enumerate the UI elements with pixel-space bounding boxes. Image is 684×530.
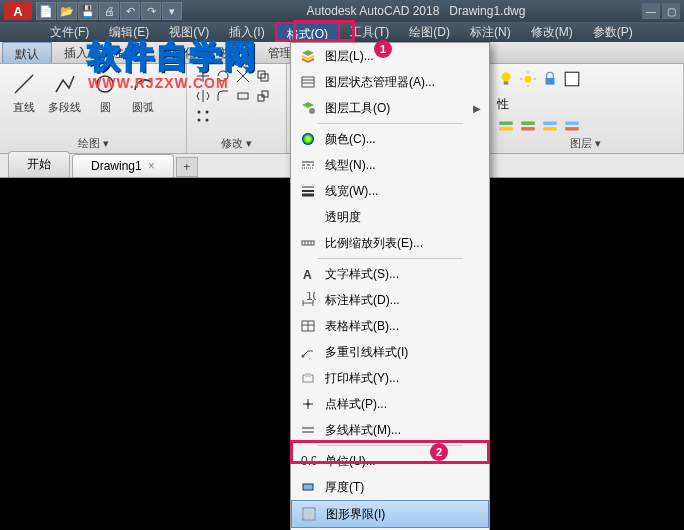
menu-modify[interactable]: 修改(M): [521, 22, 583, 42]
menu-item-plotstyle[interactable]: 打印样式(Y)...: [291, 365, 489, 391]
tab-insert[interactable]: 插入: [52, 42, 100, 63]
svg-point-32: [302, 133, 314, 145]
menu-item-label: 图形界限(I): [326, 506, 385, 523]
line-icon: [10, 70, 38, 98]
layer-icon-2[interactable]: [519, 117, 537, 135]
tool-line[interactable]: 直线: [8, 68, 40, 117]
window-title: Autodesk AutoCAD 2018 Drawing1.dwg: [190, 4, 642, 18]
svg-rect-27: [565, 127, 579, 130]
format-menu-dropdown: 图层(L)...图层状态管理器(A)...图层工具(O)▶颜色(C)...线型(…: [290, 42, 490, 530]
menu-format[interactable]: 格式(O): [275, 22, 340, 42]
qat-redo[interactable]: ↷: [141, 2, 161, 20]
svg-point-9: [198, 119, 201, 122]
menu-item-tablestyle[interactable]: 表格样式(B)...: [291, 313, 489, 339]
tool-arc[interactable]: 圆弧: [127, 68, 159, 117]
menu-item-layertool[interactable]: 图层工具(O)▶: [291, 95, 489, 121]
tool-move[interactable]: [195, 68, 211, 84]
app-logo[interactable]: A: [4, 2, 32, 20]
scale-icon: [299, 234, 317, 252]
lock-icon[interactable]: [541, 70, 559, 88]
panel-draw-label[interactable]: 绘图 ▾: [0, 136, 186, 151]
tool-polyline[interactable]: 多段线: [46, 68, 83, 117]
menu-item-mleader[interactable]: 多重引线样式(I): [291, 339, 489, 365]
panel-modify-label[interactable]: 修改 ▾: [187, 136, 286, 151]
tab-parametric[interactable]: 参数化: [148, 42, 208, 63]
qat-undo[interactable]: ↶: [120, 2, 140, 20]
layer-icon-3[interactable]: [541, 117, 559, 135]
panel-layer-label[interactable]: 图层 ▾: [487, 136, 683, 151]
qat-print[interactable]: 🖨: [99, 2, 119, 20]
sun-icon[interactable]: [519, 70, 537, 88]
tab-annotate[interactable]: 注释: [100, 42, 148, 63]
layer-square-icon[interactable]: [563, 70, 581, 88]
menu-item-mlinestyle[interactable]: 多线样式(M)...: [291, 417, 489, 443]
menu-item-label: 线宽(W)...: [325, 183, 378, 200]
tool-stretch[interactable]: [235, 88, 251, 104]
tool-trim[interactable]: [235, 68, 251, 84]
qat-dropdown[interactable]: ▾: [162, 2, 182, 20]
plotstyle-icon: [299, 369, 317, 387]
svg-point-13: [525, 76, 532, 83]
tab-drawing1[interactable]: Drawing1 ×: [72, 154, 174, 177]
arc-icon: [129, 70, 157, 98]
submenu-arrow-icon: ▶: [473, 103, 481, 114]
svg-rect-28: [302, 77, 314, 87]
menu-item-dimstyle[interactable]: 10标注样式(D)...: [291, 287, 489, 313]
callout-2: 2: [430, 443, 448, 461]
menu-item-label: 单位(U)...: [325, 453, 376, 470]
menu-item-pointstyle[interactable]: 点样式(P)...: [291, 391, 489, 417]
tool-circle[interactable]: 圆: [89, 68, 121, 117]
menu-item-layerstate[interactable]: 图层状态管理器(A)...: [291, 69, 489, 95]
panel-modify: 修改 ▾: [187, 64, 287, 153]
bulb-icon[interactable]: [497, 70, 515, 88]
maximize-button[interactable]: ▢: [662, 3, 680, 19]
menu-parametric[interactable]: 参数(P): [583, 22, 643, 42]
tool-mirror[interactable]: [195, 88, 211, 104]
layer-icon-1[interactable]: [497, 117, 515, 135]
tool-rotate[interactable]: [215, 68, 231, 84]
menu-item-label: 多线样式(M)...: [325, 422, 401, 439]
menu-item-label: 表格样式(B)...: [325, 318, 399, 335]
qat-new[interactable]: 📄: [36, 2, 56, 20]
menu-file[interactable]: 文件(F): [40, 22, 99, 42]
tool-fillet[interactable]: [215, 88, 231, 104]
close-icon[interactable]: ×: [148, 159, 155, 173]
menu-item-label: 图层状态管理器(A)...: [325, 74, 435, 91]
svg-rect-22: [521, 122, 535, 125]
menu-item-color[interactable]: 颜色(C)...: [291, 126, 489, 152]
tab-default[interactable]: 默认: [2, 42, 52, 63]
menu-tools[interactable]: 工具(T): [340, 22, 399, 42]
svg-line-0: [15, 75, 33, 93]
menu-draw[interactable]: 绘图(D): [399, 22, 460, 42]
qat-open[interactable]: 📂: [57, 2, 77, 20]
menu-item-trans[interactable]: 透明度: [291, 204, 489, 230]
dimstyle-icon: 10: [299, 291, 317, 309]
qat-save[interactable]: 💾: [78, 2, 98, 20]
svg-rect-5: [258, 95, 264, 101]
panel-draw: 直线 多段线 圆 圆弧 绘图 ▾: [0, 64, 187, 153]
layer-prop-label: 性: [495, 94, 675, 115]
svg-text:0.0: 0.0: [301, 454, 316, 468]
menu-item-scale[interactable]: 比例缩放列表(E)...: [291, 230, 489, 256]
layer-icon-4[interactable]: [563, 117, 581, 135]
tool-scale[interactable]: [255, 88, 271, 104]
menu-item-textstyle[interactable]: A文字样式(S)...: [291, 261, 489, 287]
tool-copy[interactable]: [255, 68, 271, 84]
new-tab-button[interactable]: +: [176, 157, 198, 177]
menu-item-linetype[interactable]: 线型(N)...: [291, 152, 489, 178]
svg-rect-19: [565, 72, 579, 86]
menu-item-thickness[interactable]: 厚度(T): [291, 474, 489, 500]
menu-item-lineweight[interactable]: 线宽(W)...: [291, 178, 489, 204]
menu-edit[interactable]: 编辑(E): [99, 22, 159, 42]
menu-view[interactable]: 视图(V): [159, 22, 219, 42]
tab-view[interactable]: 视图: [208, 42, 256, 63]
minimize-button[interactable]: —: [642, 3, 660, 19]
lineweight-icon: [299, 182, 317, 200]
menu-item-units[interactable]: 0.0单位(U)...: [291, 448, 489, 474]
menu-dimension[interactable]: 标注(N): [460, 22, 521, 42]
menu-item-limits[interactable]: 图形界限(I): [291, 500, 489, 528]
svg-text:A: A: [303, 268, 312, 282]
tab-start[interactable]: 开始: [8, 151, 70, 177]
menu-insert[interactable]: 插入(I): [219, 22, 274, 42]
tool-array[interactable]: [195, 108, 211, 124]
